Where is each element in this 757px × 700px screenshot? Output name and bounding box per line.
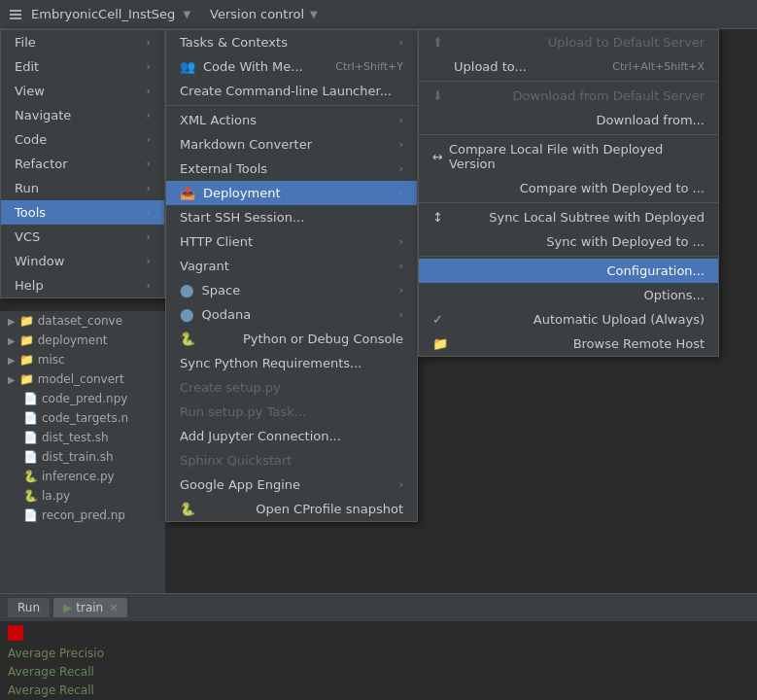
- arrow-icon: ›: [399, 162, 403, 175]
- arrow-icon: ›: [399, 114, 403, 126]
- python-icon: 🐍: [180, 332, 195, 346]
- menu-item-refactor[interactable]: Refactor ›: [1, 152, 164, 176]
- menu-item-tools[interactable]: Tools ›: [1, 200, 164, 225]
- check-icon: ✓: [432, 312, 443, 327]
- tree-item-dataset[interactable]: ▶ 📁 dataset_conve: [0, 311, 165, 331]
- submenu-space[interactable]: ⬤ Space ›: [166, 278, 417, 302]
- menu-item-edit[interactable]: Edit ›: [1, 54, 164, 79]
- dep-compare-with-deployed[interactable]: Compare with Deployed to ...: [419, 176, 718, 200]
- dep-download-default: ⬇ Download from Default Server: [419, 84, 718, 108]
- tree-item-misc[interactable]: ▶ 📁 misc: [0, 350, 165, 369]
- dep-options[interactable]: Options...: [419, 283, 718, 307]
- arrow-icon: ›: [399, 478, 403, 491]
- tree-item-la[interactable]: 🐍 la.py: [0, 486, 165, 506]
- tree-item-dist-test[interactable]: 📄 dist_test.sh: [0, 428, 165, 447]
- code-with-me-icon: 👥: [180, 59, 195, 74]
- menu-item-help[interactable]: Help ›: [1, 273, 164, 298]
- divider: [166, 105, 417, 106]
- main-menu-dropdown: File › Edit › View › Navigate › Code › R…: [0, 29, 165, 298]
- dep-compare-local[interactable]: ↔ Compare Local File with Deployed Versi…: [419, 137, 718, 176]
- menu-item-window[interactable]: Window ›: [1, 249, 164, 273]
- arrow-icon: ›: [147, 279, 151, 292]
- submenu-qodana[interactable]: ⬤ Qodana ›: [166, 302, 417, 327]
- submenu-http-client[interactable]: HTTP Client ›: [166, 229, 417, 254]
- submenu-open-cprofile[interactable]: 🐍 Open CProfile snapshot: [166, 497, 417, 521]
- metric-avg-recall-2: Average Recall: [8, 682, 749, 700]
- file-tree-panel: ▶ 📁 dataset_conve ▶ 📁 deployment ▶ 📁 mis…: [0, 311, 165, 593]
- submenu-start-ssh[interactable]: Start SSH Session...: [166, 205, 417, 229]
- arrow-icon: ›: [147, 109, 151, 122]
- project-name[interactable]: EmbryonicCell_InstSeg: [31, 7, 175, 21]
- submenu-sphinx-quickstart: Sphinx Quickstart: [166, 448, 417, 472]
- arrow-icon: ›: [399, 138, 403, 151]
- arrow-icon: ›: [399, 284, 403, 297]
- run-content: Average Precisio Average Recall Average …: [0, 621, 757, 700]
- close-tab-icon[interactable]: ✕: [109, 602, 118, 614]
- dep-upload-to[interactable]: Upload to... Ctrl+Alt+Shift+X: [419, 54, 718, 79]
- menu-item-file[interactable]: File ›: [1, 30, 164, 54]
- submenu-markdown-converter[interactable]: Markdown Converter ›: [166, 132, 417, 157]
- divider: [419, 202, 718, 203]
- tree-item-model[interactable]: ▶ 📁 model_convert: [0, 369, 165, 389]
- dep-sync-with-deployed[interactable]: Sync with Deployed to ...: [419, 229, 718, 254]
- browse-remote-icon: 📁: [432, 336, 448, 351]
- divider: [419, 256, 718, 257]
- arrow-icon: ›: [147, 60, 151, 73]
- submenu-sync-python-req[interactable]: Sync Python Requirements...: [166, 351, 417, 375]
- submenu-vagrant[interactable]: Vagrant ›: [166, 254, 417, 278]
- hamburger-icon[interactable]: [8, 7, 23, 22]
- vcs-label: Version control: [210, 7, 304, 21]
- arrow-icon: ›: [399, 36, 403, 49]
- run-tab-train[interactable]: ▶ train ✕: [53, 598, 127, 617]
- menu-bar: EmbryonicCell_InstSeg ▼ Version control …: [0, 0, 757, 29]
- menu-item-run[interactable]: Run ›: [1, 176, 164, 200]
- download-default-icon: ⬇: [432, 88, 443, 103]
- arrow-icon: ›: [399, 260, 403, 272]
- tree-item-recon-pred[interactable]: 📄 recon_pred.np: [0, 506, 165, 525]
- dep-configuration[interactable]: Configuration...: [419, 259, 718, 283]
- dep-upload-default: ⬆ Upload to Default Server: [419, 30, 718, 54]
- stop-button[interactable]: [8, 625, 23, 641]
- submenu-python-debug-console[interactable]: 🐍 Python or Debug Console: [166, 327, 417, 351]
- dep-browse-remote[interactable]: 📁 Browse Remote Host: [419, 332, 718, 356]
- run-tab-run[interactable]: Run: [8, 598, 50, 617]
- project-dropdown-arrow[interactable]: ▼: [183, 9, 190, 19]
- submenu-add-jupyter[interactable]: Add Jupyter Connection...: [166, 424, 417, 448]
- submenu-external-tools[interactable]: External Tools ›: [166, 157, 417, 181]
- tree-item-code-targets[interactable]: 📄 code_targets.n: [0, 408, 165, 428]
- submenu-xml-actions[interactable]: XML Actions ›: [166, 108, 417, 132]
- metrics-panel: Average Precisio Average Recall Average …: [8, 645, 749, 700]
- tree-item-code-pred[interactable]: 📄 code_pred.npy: [0, 389, 165, 408]
- menu-item-code[interactable]: Code ›: [1, 127, 164, 152]
- arrow-icon: ›: [399, 308, 403, 321]
- menu-item-vcs[interactable]: VCS ›: [1, 225, 164, 249]
- submenu-code-with-me[interactable]: 👥 Code With Me... Ctrl+Shift+Y: [166, 54, 417, 79]
- metric-avg-precision: Average Precisio: [8, 645, 749, 663]
- run-bar: Run ▶ train ✕ Average Precisio Average R…: [0, 593, 757, 700]
- menu-item-navigate[interactable]: Navigate ›: [1, 103, 164, 127]
- submenu-deployment[interactable]: 📤 Deployment ›: [166, 181, 417, 205]
- dep-automatic-upload[interactable]: ✓ Automatic Upload (Always): [419, 307, 718, 332]
- tree-item-inference[interactable]: 🐍 inference.py: [0, 467, 165, 486]
- tools-submenu: Tasks & Contexts › 👥 Code With Me... Ctr…: [165, 29, 418, 522]
- space-icon: ⬤: [180, 283, 194, 298]
- arrow-icon: ›: [147, 85, 151, 97]
- arrow-icon: ›: [399, 235, 403, 248]
- tree-item-deployment[interactable]: ▶ 📁 deployment: [0, 331, 165, 350]
- run-tabs: Run ▶ train ✕: [0, 594, 757, 621]
- menu-item-view[interactable]: View ›: [1, 79, 164, 103]
- divider: [419, 134, 718, 135]
- submenu-create-setup: Create setup.py: [166, 375, 417, 400]
- vcs-dropdown-arrow[interactable]: ▼: [310, 9, 318, 19]
- arrow-icon: ›: [399, 187, 403, 199]
- divider: [419, 81, 718, 82]
- dep-sync-local[interactable]: ↕ Sync Local Subtree with Deployed: [419, 205, 718, 229]
- submenu-create-launcher[interactable]: Create Command-line Launcher...: [166, 79, 417, 103]
- run-icon: ▶: [63, 601, 72, 614]
- sync-local-icon: ↕: [432, 210, 443, 225]
- submenu-google-app-engine[interactable]: Google App Engine ›: [166, 472, 417, 497]
- submenu-tasks-contexts[interactable]: Tasks & Contexts ›: [166, 30, 417, 54]
- dep-download-from[interactable]: Download from...: [419, 108, 718, 132]
- tree-item-dist-train[interactable]: 📄 dist_train.sh: [0, 447, 165, 467]
- compare-local-icon: ↔: [432, 150, 443, 164]
